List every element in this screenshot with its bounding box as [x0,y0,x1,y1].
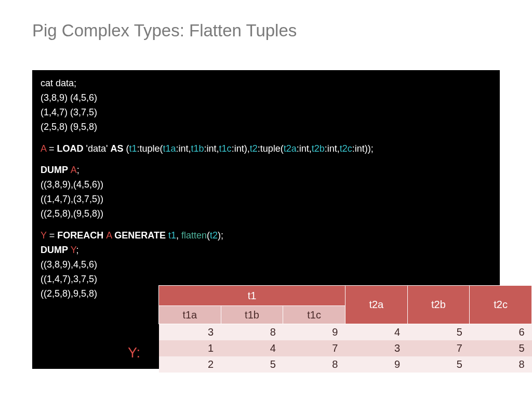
dump-a-output: ((3,8,9),(4,5,6)) [41,178,491,192]
cat-output-line: (2,5,8) (9,5,8) [41,120,491,135]
col-t2c: t2c [470,286,532,324]
slide-title: Pig Complex Types: Flatten Tuples [0,0,532,41]
dump-y-output: ((1,4,7),3,7,5) [41,272,491,287]
dump-a-output: ((2,5,8),(9,5,8)) [41,207,491,221]
y-label: Y: [128,345,140,361]
dump-y-output: ((3,8,9),4,5,6) [41,258,491,272]
dump-a: DUMP A; [41,163,491,178]
col-t2b: t2b [407,286,470,324]
col-t1b: t1b [221,306,283,324]
result-table: t1 t2a t2b t2c t1a t1b t1c 389456 147375… [158,285,532,373]
cat-output-line: (1,4,7) (3,7,5) [41,105,491,120]
col-t2a: t2a [345,286,407,324]
col-t1: t1 [159,286,345,306]
cat-output-line: (3,8,9) (4,5,6) [41,91,491,105]
y-generate: Y = FOREACH A GENERATE t1, flatten(t2); [41,229,491,243]
col-t1a: t1a [159,306,221,324]
table-row: 147375 [159,340,532,356]
cat-command: cat data; [41,76,491,91]
dump-y: DUMP Y; [41,243,491,258]
table-row: 258958 [159,356,532,373]
dump-a-output: ((1,4,7),(3,7,5)) [41,192,491,207]
col-t1c: t1c [283,306,345,324]
load-statement: A = LOAD 'data' AS (t1:tuple(t1a:int,t1b… [41,142,491,156]
table-row: 389456 [159,324,532,341]
